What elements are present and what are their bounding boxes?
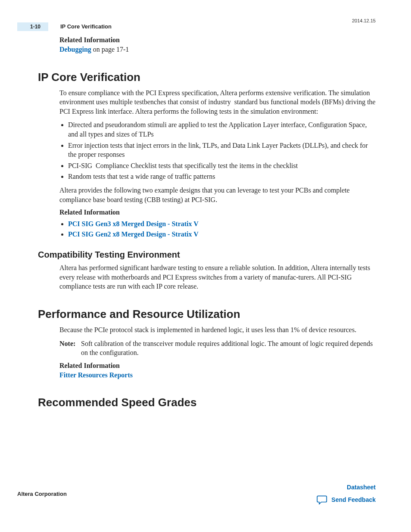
related-link-list: PCI SIG Gen3 x8 Merged Design - Stratix … [59, 219, 376, 240]
page-content: Related Information Debugging on page 17… [38, 36, 376, 414]
pci-sig-gen3-link[interactable]: PCI SIG Gen3 x8 Merged Design - Stratix … [68, 220, 199, 227]
debugging-link[interactable]: Debugging [59, 46, 91, 53]
list-item: PCI SIG Gen3 x8 Merged Design - Stratix … [68, 219, 376, 229]
body-paragraph: Because the PCIe protocol stack is imple… [59, 325, 376, 335]
section-heading-ip-core-verification: IP Core Verification [38, 71, 376, 84]
page-header: 1-10 IP Core Verification 2014.12.15 [0, 17, 411, 30]
section-heading-speed-grades: Recommended Speed Grades [38, 396, 376, 409]
link-suffix-text: on page 17-1 [91, 46, 129, 53]
related-link-line: Fitter Resources Reports [59, 370, 376, 380]
related-link-line: Debugging on page 17-1 [59, 45, 376, 54]
send-feedback-row[interactable]: Send Feedback [317, 495, 376, 504]
page-number-tab: 1-10 [17, 22, 48, 31]
body-paragraph: To ensure compliance with the PCI Expres… [59, 88, 376, 116]
section-heading-performance: Performance and Resource Utilization [38, 308, 376, 321]
note-block: Note: Soft calibration of the transceive… [59, 339, 376, 358]
footer-right-block: Datasheet Send Feedback [317, 484, 376, 504]
bullet-list: Directed and pseudorandom stimuli are ap… [59, 120, 376, 181]
related-information-heading: Related Information [59, 362, 376, 370]
related-information-heading: Related Information [59, 36, 376, 44]
footer-company: Altera Corporation [17, 491, 67, 497]
send-feedback-link[interactable]: Send Feedback [331, 496, 376, 503]
running-header-title: IP Core Verification [60, 23, 112, 30]
list-item: Error injection tests that inject errors… [68, 141, 376, 159]
list-item: Directed and pseudorandom stimuli are ap… [68, 120, 376, 139]
pci-sig-gen2-link[interactable]: PCI SIG Gen2 x8 Merged Design - Stratix … [68, 230, 199, 238]
note-text: Soft calibration of the transceiver modu… [81, 339, 376, 358]
related-information-heading: Related Information [59, 208, 376, 216]
list-item: Random tests that test a wide range of t… [68, 172, 376, 181]
page-footer: Altera Corporation Datasheet Send Feedba… [17, 484, 376, 510]
subsection-heading-compatibility-testing: Compatibility Testing Environment [38, 250, 376, 260]
body-paragraph: Altera has performed significant hardwar… [59, 263, 376, 291]
datasheet-link[interactable]: Datasheet [317, 484, 376, 491]
page: 1-10 IP Core Verification 2014.12.15 Rel… [0, 0, 411, 532]
fitter-resources-link[interactable]: Fitter Resources Reports [59, 371, 133, 379]
body-paragraph: Altera provides the following two exampl… [59, 186, 376, 204]
list-item: PCI-SIG Compliance Checklist tests that … [68, 161, 376, 171]
header-date: 2014.12.15 [352, 18, 376, 23]
list-item: PCI SIG Gen2 x8 Merged Design - Stratix … [68, 229, 376, 240]
note-label: Note: [59, 339, 81, 358]
feedback-icon [317, 495, 328, 504]
